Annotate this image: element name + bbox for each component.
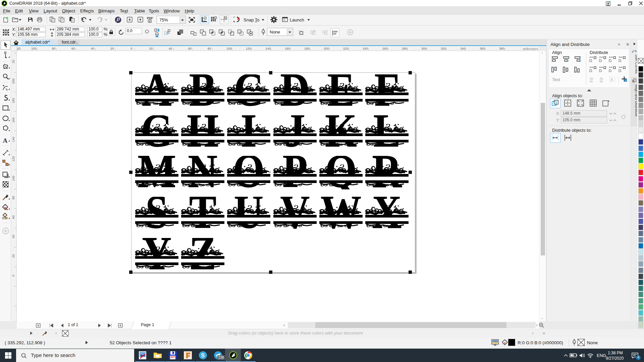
svg-text:Q: Q xyxy=(325,156,357,175)
svg-text:U: U xyxy=(234,197,264,216)
svg-text:S: S xyxy=(146,197,168,216)
svg-text:Bb: Bb xyxy=(590,80,593,82)
svg-text:V: V xyxy=(280,197,310,216)
svg-text:F: F xyxy=(374,74,399,94)
svg-text:S: S xyxy=(201,353,205,358)
svg-text:D: D xyxy=(280,74,310,94)
svg-text:PDF: PDF xyxy=(147,16,153,20)
svg-text:Y: Y xyxy=(142,238,172,257)
svg-text:Z: Z xyxy=(189,238,216,257)
svg-text:W: W xyxy=(321,197,362,216)
svg-text:R: R xyxy=(372,156,402,175)
svg-text:O: O xyxy=(233,156,265,175)
svg-text:A: A xyxy=(610,77,613,82)
svg-text:E: E xyxy=(327,74,355,94)
svg-text:L: L xyxy=(373,115,400,135)
svg-text:I: I xyxy=(241,115,257,135)
svg-text:A: A xyxy=(142,74,172,94)
svg-text:Bb: Bb xyxy=(600,80,603,82)
svg-text:G: G xyxy=(141,115,173,135)
svg-text:X: X xyxy=(372,197,402,216)
svg-text:C: C xyxy=(234,74,264,94)
svg-text:J: J xyxy=(285,115,305,135)
svg-text:M: M xyxy=(138,156,176,175)
svg-text:H: H xyxy=(187,115,219,135)
svg-text:T: T xyxy=(189,197,216,216)
svg-text:K: K xyxy=(325,115,357,135)
svg-text:B: B xyxy=(189,74,216,94)
svg-text:N: N xyxy=(188,156,218,175)
svg-text:P: P xyxy=(282,156,307,175)
svg-text:A: A xyxy=(3,137,8,144)
